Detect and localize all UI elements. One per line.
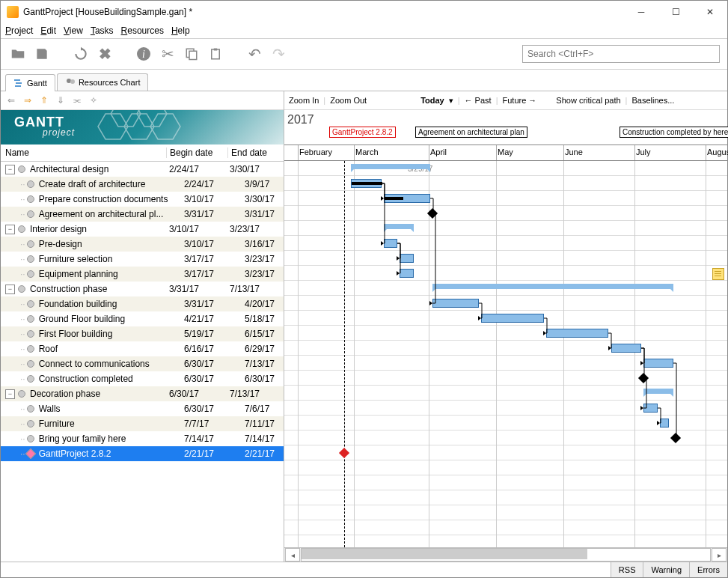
task-row[interactable]: ··Bring your family here7/14/177/14/17: [1, 431, 284, 446]
open-icon[interactable]: [8, 44, 28, 64]
task-row[interactable]: −Interior design3/10/173/23/17: [1, 222, 284, 237]
task-row[interactable]: ··Ground Floor building4/21/175/18/17: [1, 311, 284, 326]
redo-icon[interactable]: ↷: [269, 44, 288, 64]
task-bar[interactable]: [660, 419, 669, 428]
undo-icon[interactable]: ↶: [245, 44, 264, 64]
task-bar[interactable]: [432, 299, 479, 308]
expand-icon[interactable]: −: [5, 389, 15, 399]
task-row[interactable]: ··Create draft of architecture2/24/173/9…: [1, 177, 284, 192]
menu-help[interactable]: Help: [171, 25, 190, 36]
task-bar[interactable]: [384, 239, 397, 248]
gantt-chart[interactable]: 3/29/17: [284, 161, 727, 547]
summary-bar[interactable]: [643, 389, 673, 394]
menu-view[interactable]: View: [64, 25, 83, 36]
maximize-button[interactable]: ☐: [658, 1, 693, 23]
expand-icon[interactable]: −: [5, 165, 15, 174]
task-name: Roof: [39, 344, 58, 354]
status-rss[interactable]: RSS: [611, 562, 643, 577]
task-bar[interactable]: [384, 194, 430, 203]
save-icon[interactable]: [32, 44, 52, 64]
refresh-icon[interactable]: [71, 44, 91, 64]
task-bar[interactable]: [400, 254, 414, 263]
menu-tasks[interactable]: Tasks: [91, 25, 114, 36]
expand-icon[interactable]: −: [5, 225, 15, 234]
summary-bar[interactable]: [351, 164, 430, 169]
status-warning[interactable]: Warning: [643, 562, 689, 577]
task-row[interactable]: ··First Floor building5/19/176/15/17: [1, 326, 284, 341]
summary-bar[interactable]: [432, 284, 673, 289]
nav-down-icon[interactable]: ⇓: [55, 94, 67, 106]
tree-body[interactable]: −Architectural design2/24/173/30/17··Cre…: [1, 162, 284, 562]
link-icon[interactable]: ⫘: [71, 94, 83, 106]
paste-icon[interactable]: [206, 44, 225, 64]
zoom-out-button[interactable]: Zoom Out: [330, 96, 367, 105]
task-row[interactable]: ··GanttProject 2.8.22/21/172/21/17: [1, 446, 284, 461]
task-row[interactable]: ··Construction completed6/30/176/30/17: [1, 371, 284, 386]
task-name: Construction completed: [39, 374, 133, 384]
task-bar[interactable]: [611, 344, 641, 353]
menu-resources[interactable]: Resources: [121, 25, 164, 36]
future-button[interactable]: Future →: [503, 96, 537, 105]
task-row[interactable]: −Decoration phase6/30/177/13/17: [1, 386, 284, 401]
task-row[interactable]: ··Equipment planning3/17/173/23/17: [1, 267, 284, 282]
today-button[interactable]: Today: [420, 96, 444, 105]
nav-up-icon[interactable]: ⇑: [38, 94, 50, 106]
critical-path-button[interactable]: Show critical path: [556, 96, 620, 105]
task-bullet-icon: [27, 210, 34, 218]
task-row[interactable]: ··Agreement on architectural pl...3/31/1…: [1, 207, 284, 222]
task-bar[interactable]: [481, 314, 544, 323]
task-bar[interactable]: [643, 404, 658, 413]
task-row[interactable]: −Construction phase3/31/177/13/17: [1, 282, 284, 296]
task-row[interactable]: ··Furniture selection3/17/173/23/17: [1, 252, 284, 267]
baselines-button[interactable]: Baselines...: [631, 96, 674, 105]
expand-icon[interactable]: −: [5, 285, 15, 294]
copy-icon[interactable]: [182, 44, 201, 64]
task-row[interactable]: ··Connect to communications6/30/177/13/1…: [1, 356, 284, 371]
scroll-right-icon[interactable]: ▸: [712, 548, 727, 562]
col-name[interactable]: Name: [1, 147, 167, 158]
task-row[interactable]: ··Foundation building3/31/174/20/17: [1, 296, 284, 311]
past-button[interactable]: ← Past: [465, 96, 492, 105]
dependency-arrow: [284, 161, 727, 547]
task-row[interactable]: ··Prepare construction documents3/10/173…: [1, 192, 284, 207]
zoom-in-button[interactable]: Zoom In: [289, 96, 319, 105]
task-bar[interactable]: [400, 269, 414, 278]
nav-fwd-icon[interactable]: ⇒: [22, 94, 34, 106]
note-icon[interactable]: [712, 268, 724, 280]
task-bar[interactable]: [546, 329, 608, 338]
info-icon[interactable]: i: [134, 44, 153, 64]
task-row[interactable]: ··Roof6/16/176/29/17: [1, 341, 284, 356]
close-button[interactable]: ✕: [693, 1, 727, 23]
task-row[interactable]: ··Pre-design3/10/173/16/17: [1, 237, 284, 252]
dependency-arrow: [284, 161, 727, 547]
summary-bar[interactable]: [384, 224, 414, 229]
col-begin[interactable]: Begin date: [167, 147, 228, 158]
task-bar[interactable]: [351, 179, 382, 188]
titlebar[interactable]: GanttProject [HouseBuildingSample.gan] *…: [1, 1, 727, 23]
scroll-thumb[interactable]: [302, 549, 587, 559]
tab-resources[interactable]: Resources Chart: [57, 73, 149, 91]
unlink-icon[interactable]: ✧: [88, 94, 100, 106]
cut-icon[interactable]: ✂: [158, 44, 177, 64]
status-errors[interactable]: Errors: [689, 562, 727, 577]
task-bar[interactable]: [643, 359, 673, 368]
tab-gantt[interactable]: Gantt: [5, 74, 55, 91]
task-row[interactable]: ··Walls6/30/177/6/17: [1, 401, 284, 416]
scroll-left-icon[interactable]: ◂: [285, 548, 300, 562]
col-end[interactable]: End date: [228, 147, 284, 158]
menu-project[interactable]: Project: [5, 25, 33, 36]
milestone-diamond[interactable]: [638, 373, 649, 383]
delete-icon[interactable]: ✖: [95, 44, 114, 64]
task-begin: 6/30/17: [166, 389, 227, 399]
task-bullet-icon: [27, 240, 34, 248]
dropdown-icon[interactable]: ▾: [449, 96, 453, 106]
milestone-diamond[interactable]: [670, 433, 681, 443]
task-row[interactable]: −Architectural design2/24/173/30/17: [1, 162, 284, 177]
chart-hscroll[interactable]: ◂ ▸: [284, 547, 727, 562]
nav-back-icon[interactable]: ⇐: [5, 94, 17, 106]
minimize-button[interactable]: ─: [624, 1, 658, 23]
milestone-diamond[interactable]: [339, 448, 349, 458]
task-row[interactable]: ··Furniture7/7/177/11/17: [1, 416, 284, 431]
menu-edit[interactable]: Edit: [40, 25, 56, 36]
search-input[interactable]: [522, 45, 720, 63]
